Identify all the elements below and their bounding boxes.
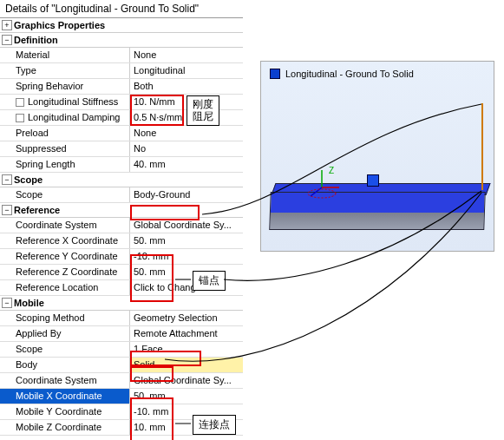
row-type[interactable]: TypeLongitudinal bbox=[0, 63, 243, 79]
checkbox-icon[interactable] bbox=[16, 98, 24, 107]
row-ref-y[interactable]: Reference Y Coordinate-10. mm bbox=[0, 249, 243, 265]
row-mob-cs[interactable]: Coordinate SystemGlobal Coordinate Sy... bbox=[0, 373, 243, 389]
section-mobile[interactable]: − Mobile bbox=[0, 296, 243, 311]
legend-label: Longitudinal - Ground To Solid bbox=[285, 69, 414, 79]
legend: Longitudinal - Ground To Solid bbox=[270, 69, 414, 79]
panel-title: Details of "Longitudinal - Ground To Sol… bbox=[0, 0, 243, 18]
row-length[interactable]: Spring Length40. mm bbox=[0, 157, 243, 173]
origin-tag-icon bbox=[367, 174, 379, 187]
row-mob-applied[interactable]: Applied ByRemote Attachment bbox=[0, 326, 243, 342]
viewport-3d[interactable]: Longitudinal - Ground To Solid Z bbox=[260, 61, 494, 252]
row-mob-scope[interactable]: Scope1 Face bbox=[0, 342, 243, 358]
row-behavior[interactable]: Spring BehaviorBoth bbox=[0, 79, 243, 95]
triad-icon bbox=[309, 174, 344, 209]
svg-line-2 bbox=[311, 187, 322, 196]
section-scope[interactable]: − Scope bbox=[0, 173, 243, 187]
row-preload[interactable]: PreloadNone bbox=[0, 126, 243, 141]
legend-swatch bbox=[270, 69, 280, 79]
row-mob-x[interactable]: Mobile X Coordinate50. mm bbox=[0, 389, 243, 404]
annotation-connect: 连接点 bbox=[193, 415, 236, 435]
row-ref-cs[interactable]: Coordinate SystemGlobal Coordinate Sy... bbox=[0, 218, 243, 233]
checkbox-icon[interactable] bbox=[16, 114, 24, 122]
annotation-anchor: 锚点 bbox=[193, 271, 226, 291]
solid-body bbox=[269, 192, 486, 230]
row-material[interactable]: MaterialNone bbox=[0, 48, 243, 63]
collapse-icon[interactable]: − bbox=[2, 174, 12, 185]
svg-point-3 bbox=[308, 189, 336, 198]
section-graphics[interactable]: + Graphics Properties bbox=[0, 18, 243, 33]
row-ref-x[interactable]: Reference X Coordinate50. mm bbox=[0, 233, 243, 249]
collapse-icon[interactable]: − bbox=[2, 35, 12, 45]
collapse-icon[interactable]: − bbox=[2, 298, 12, 308]
expand-icon[interactable]: + bbox=[2, 20, 12, 30]
row-mob-body[interactable]: BodySolid bbox=[0, 358, 243, 373]
annotation-stiffness: 刚度 阻尼 bbox=[187, 95, 219, 126]
spring-line bbox=[481, 103, 483, 190]
row-scope[interactable]: ScopeBody-Ground bbox=[0, 187, 243, 203]
section-reference[interactable]: − Reference bbox=[0, 203, 243, 218]
collapse-icon[interactable]: − bbox=[2, 205, 12, 215]
row-suppressed[interactable]: SuppressedNo bbox=[0, 141, 243, 157]
row-mob-method[interactable]: Scoping MethodGeometry Selection bbox=[0, 311, 243, 326]
details-panel: Details of "Longitudinal - Ground To Sol… bbox=[0, 0, 243, 436]
section-definition[interactable]: − Definition bbox=[0, 33, 243, 48]
